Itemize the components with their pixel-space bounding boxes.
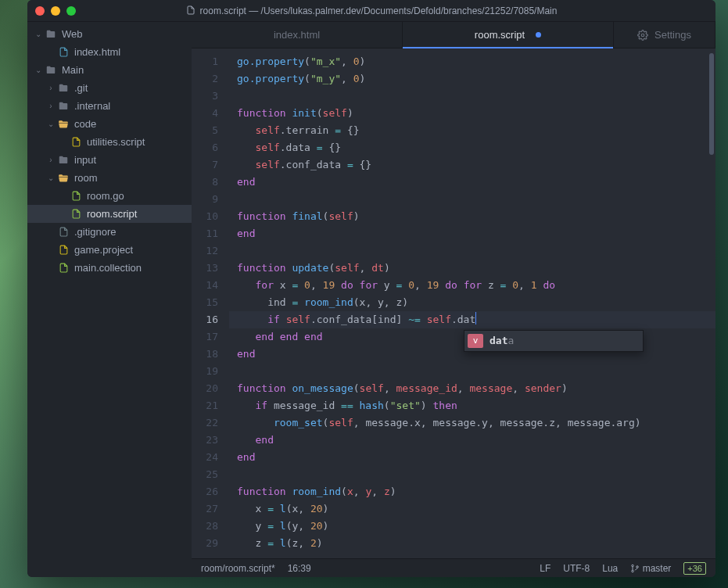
statusbar: room/room.script* 16:39 LF UTF-8 Lua mas…: [192, 558, 715, 577]
line-number: 7: [192, 156, 229, 174]
line-number: 15: [192, 294, 229, 311]
minimize-button[interactable]: [51, 6, 60, 16]
code-line[interactable]: end: [229, 225, 715, 242]
code-area[interactable]: 1234567891011121314151617181920212223242…: [192, 48, 715, 558]
code-line[interactable]: function update(self, dt): [229, 260, 715, 277]
file-icon: [57, 227, 70, 237]
line-number: 4: [192, 105, 229, 122]
status-position[interactable]: 16:39: [288, 563, 311, 574]
file-icon: [70, 191, 82, 201]
tree-label: .git: [74, 82, 88, 94]
code-line[interactable]: [229, 363, 715, 380]
tab-index.html[interactable]: index.html: [192, 22, 403, 48]
file-icon: [70, 209, 82, 219]
scrollbar[interactable]: [709, 53, 714, 155]
status-file[interactable]: room/room.script*: [201, 563, 275, 574]
code-line[interactable]: function init(self): [229, 105, 715, 122]
svg-point-2: [632, 570, 634, 572]
code-line[interactable]: if message_id == hash("set") then: [229, 397, 715, 414]
code-line[interactable]: for x = 0, 19 do for y = 0, 19 do for z …: [229, 277, 715, 294]
status-language[interactable]: Lua: [602, 563, 618, 574]
tree-item-room.script[interactable]: room.script: [27, 205, 192, 223]
tree-item-code[interactable]: ⌄code: [27, 115, 192, 133]
code-line[interactable]: [229, 242, 715, 260]
tree-item-game.project[interactable]: game.project: [27, 241, 192, 259]
tree-item-Web[interactable]: ⌄Web: [27, 25, 192, 43]
autocomplete-popup[interactable]: v data: [464, 330, 644, 352]
code-line[interactable]: self.data = {}: [229, 139, 715, 156]
code-line[interactable]: [229, 466, 715, 483]
file-icon: [57, 47, 70, 57]
status-branch[interactable]: master: [630, 563, 671, 574]
code-line[interactable]: go.property("m_y", 0): [229, 70, 715, 88]
tree-label: input: [74, 154, 96, 166]
svg-point-3: [637, 565, 639, 568]
code-line[interactable]: go.property("m_x", 0): [229, 53, 715, 70]
modified-indicator: [536, 32, 541, 38]
tree-item-Main[interactable]: ⌄Main: [27, 61, 192, 79]
code-line[interactable]: function on_message(self, message_id, me…: [229, 380, 715, 397]
tree-item-room[interactable]: ⌄room: [27, 169, 192, 187]
file-icon: [186, 5, 195, 15]
folder-icon: [45, 65, 57, 76]
sidebar[interactable]: ⌄Web index.html ⌄Main ›.git ›.internal ⌄…: [27, 22, 192, 577]
tab-room.script[interactable]: room.script: [403, 22, 614, 48]
status-diff[interactable]: +36: [683, 562, 706, 575]
code-line[interactable]: z = l(z, 2): [229, 535, 715, 552]
code-line[interactable]: end: [229, 174, 715, 191]
code-line[interactable]: room_set(self, message.x, message.y, mes…: [229, 414, 715, 432]
tab-settings[interactable]: Settings: [614, 22, 715, 48]
folder-icon: [57, 155, 70, 166]
folder-icon: [57, 119, 70, 130]
tree-item-.internal[interactable]: ›.internal: [27, 97, 192, 115]
line-number: 25: [192, 466, 229, 483]
code[interactable]: go.property("m_x", 0)go.property("m_y", …: [229, 48, 715, 558]
tree-label: Web: [62, 28, 83, 40]
code-line[interactable]: ind = room_ind(x, y, z): [229, 294, 715, 311]
code-line[interactable]: self.terrain = {}: [229, 122, 715, 139]
gear-icon: [637, 30, 648, 41]
line-number: 19: [192, 363, 229, 380]
tree-label: room.script: [87, 208, 137, 220]
autocomplete-kind-icon: v: [468, 334, 483, 348]
line-number: 22: [192, 414, 229, 432]
tree-item-main.collection[interactable]: main.collection: [27, 259, 192, 277]
line-number: 29: [192, 535, 229, 552]
tree-label: Main: [62, 64, 84, 76]
tree-item-room.go[interactable]: room.go: [27, 187, 192, 205]
tree-label: room: [74, 172, 98, 184]
code-line[interactable]: function room_ind(x, y, z): [229, 483, 715, 500]
code-line[interactable]: [229, 191, 715, 208]
folder-icon: [57, 173, 70, 184]
code-line[interactable]: x = l(x, 20): [229, 500, 715, 518]
tree-label: .internal: [74, 100, 110, 112]
tab-label: room.script: [475, 29, 525, 41]
line-number: 18: [192, 346, 229, 363]
tree-item-input[interactable]: ›input: [27, 151, 192, 169]
close-button[interactable]: [35, 6, 45, 16]
line-number: 9: [192, 191, 229, 208]
tree-item-.git[interactable]: ›.git: [27, 79, 192, 97]
titlebar: room.script — /Users/lukas.palmer.dev/Do…: [27, 0, 715, 22]
code-line[interactable]: [229, 88, 715, 105]
status-encoding[interactable]: UTF-8: [563, 563, 590, 574]
window-controls: [35, 6, 76, 16]
code-line[interactable]: end: [229, 449, 715, 466]
status-line-ending[interactable]: LF: [540, 563, 550, 574]
tree-label: .gitignore: [74, 226, 116, 238]
code-line[interactable]: if self.conf_data[ind] ~= self.dat: [229, 311, 715, 328]
folder-icon: [57, 83, 70, 94]
tree-item-.gitignore[interactable]: .gitignore: [27, 223, 192, 241]
code-line[interactable]: y = l(y, 20): [229, 518, 715, 535]
tree-item-index.html[interactable]: index.html: [27, 43, 192, 61]
code-line[interactable]: end: [229, 432, 715, 449]
autocomplete-item[interactable]: v data: [464, 331, 643, 351]
code-line[interactable]: function final(self): [229, 208, 715, 225]
tree-item-utilities.script[interactable]: utilities.script: [27, 133, 192, 151]
line-number: 27: [192, 500, 229, 518]
maximize-button[interactable]: [66, 6, 76, 16]
line-number: 26: [192, 483, 229, 500]
autocomplete-text: data: [490, 332, 514, 350]
code-line[interactable]: self.conf_data = {}: [229, 156, 715, 174]
folder-icon: [57, 101, 70, 112]
